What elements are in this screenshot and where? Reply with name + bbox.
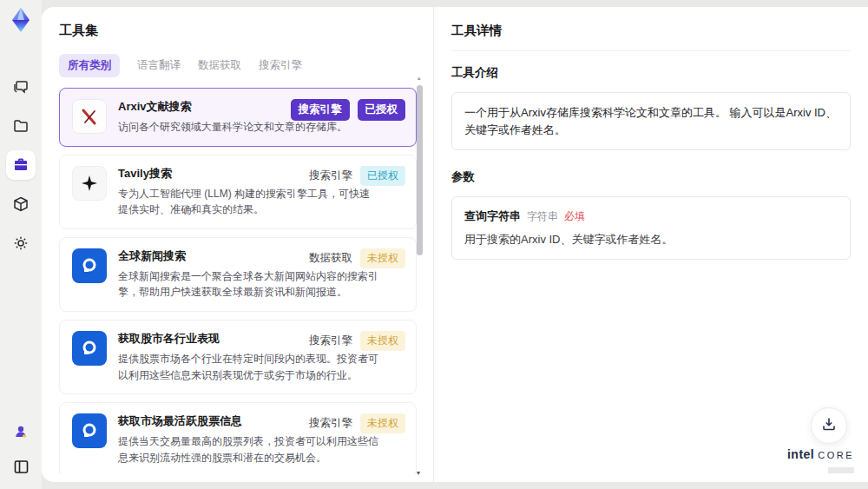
param-required-badge: 必填 [564, 209, 585, 224]
parameter-card: 查询字符串 字符串 必填 用于搜索的Arxiv ID、关键字或作者姓名。 [451, 196, 851, 260]
tool-description: 专为人工智能代理 (LLM) 构建的搜索引擎工具，可快速提供实时、准确和真实的结… [118, 186, 378, 218]
category-badge: 数据获取 [309, 251, 352, 266]
category-tabs: 所有类别 语言翻译 数据获取 搜索引擎 [59, 54, 433, 77]
scrollbar-thumb[interactable] [417, 85, 423, 255]
tool-card-tavily[interactable]: Tavily搜索 专为人工智能代理 (LLM) 构建的搜索引擎工具，可快速提供实… [59, 155, 417, 229]
sidebar [0, 0, 42, 489]
category-badge: 搜索引擎 [309, 416, 352, 431]
user-avatar-button[interactable] [9, 420, 33, 444]
tools-list-panel: 工具集 所有类别 语言翻译 数据获取 搜索引擎 Arxiv文献搜索 访问各个研究… [42, 7, 434, 482]
settings-gear-icon [12, 235, 30, 252]
stock-tool-icon [72, 331, 107, 366]
tool-card-active-stocks[interactable]: 获取市场最活跃股票信息 提供当天交易量最高的股票列表，投资者可以利用这些信息来识… [59, 402, 417, 474]
status-badge: 已授权 [358, 99, 406, 121]
scroll-up-arrow-icon[interactable]: ▴ [418, 75, 421, 82]
user-icon [13, 424, 29, 439]
app-logo-icon[interactable] [5, 4, 36, 36]
status-badge: 未授权 [360, 248, 405, 268]
main-window: 工具集 所有类别 语言翻译 数据获取 搜索引擎 Arxiv文献搜索 访问各个研究… [42, 7, 868, 482]
tab-search-engine[interactable]: 搜索引擎 [259, 54, 302, 77]
intro-text-box: 一个用于从Arxiv存储库搜索科学论文和文章的工具。 输入可以是Arxiv ID… [451, 92, 851, 150]
tool-description: 访问各个研究领域大量科学论文和文章的存储库。 [118, 119, 378, 135]
tool-card-global-news[interactable]: 全球新闻搜索 全球新闻搜索是一个聚合全球各大新闻网站内容的搜索引擎，帮助用户快速… [59, 237, 417, 312]
page-title: 工具集 [59, 23, 433, 39]
param-name: 查询字符串 [464, 208, 521, 224]
tab-all-categories[interactable]: 所有类别 [59, 54, 120, 77]
status-badge: 未授权 [360, 331, 405, 351]
param-description: 用于搜索的Arxiv ID、关键字或作者姓名。 [464, 232, 838, 248]
intro-heading: 工具介绍 [451, 65, 851, 81]
scrollbar-track[interactable]: ▴ ▾ [417, 80, 423, 470]
tool-description: 提供股票市场各个行业在特定时间段内的表现。投资者可以利用这些信息来识别表现优于或… [118, 351, 378, 383]
status-badge: 已授权 [360, 166, 405, 186]
tool-card-sector-performance[interactable]: 获取股市各行业表现 提供股票市场各个行业在特定时间段内的表现。投资者可以利用这些… [59, 320, 417, 394]
arxiv-tool-icon [72, 99, 107, 134]
params-heading: 参数 [451, 169, 851, 185]
category-badge: 搜索引擎 [309, 169, 352, 183]
intel-logo-text: intel [787, 448, 814, 461]
download-icon [821, 416, 837, 435]
sidebar-item-files[interactable] [6, 111, 36, 141]
category-badge: 搜索引擎 [309, 334, 352, 348]
intel-core-logo: intel CORE [787, 448, 854, 477]
tool-card-arxiv[interactable]: Arxiv文献搜索 访问各个研究领域大量科学论文和文章的存储库。 搜索引擎 已授… [59, 88, 417, 147]
sidebar-item-chat[interactable] [6, 72, 36, 102]
status-badge: 未授权 [360, 413, 405, 433]
core-logo-text: CORE [818, 450, 854, 460]
collapse-panel-button[interactable] [9, 454, 33, 479]
tool-description: 提供当天交易量最高的股票列表，投资者可以利用这些信息来识别流动性强的股票和潜在的… [118, 433, 378, 466]
toolbox-icon [12, 156, 30, 174]
news-search-tool-icon [72, 248, 107, 283]
intel-badge-mark [828, 467, 854, 473]
details-title: 工具详情 [451, 23, 851, 51]
tool-details-panel: 工具详情 工具介绍 一个用于从Arxiv存储库搜索科学论文和文章的工具。 输入可… [434, 7, 868, 482]
sidebar-item-packages[interactable] [6, 189, 36, 219]
chat-icon [12, 78, 30, 96]
category-badge: 搜索引擎 [291, 99, 350, 121]
tool-description: 全球新闻搜索是一个聚合全球各大新闻网站内容的搜索引擎，帮助用户快速获取全球最新资… [118, 268, 378, 301]
tool-card-list: Arxiv文献搜索 访问各个研究领域大量科学论文和文章的存储库。 搜索引擎 已授… [59, 88, 417, 474]
scroll-down-arrow-icon[interactable]: ▾ [417, 469, 420, 477]
tab-language-translation[interactable]: 语言翻译 [137, 54, 181, 77]
package-icon [12, 195, 30, 213]
stock-tool-icon [72, 413, 107, 448]
tab-data-fetch[interactable]: 数据获取 [198, 54, 241, 77]
folder-icon [12, 117, 30, 135]
sidebar-item-tools[interactable] [6, 150, 36, 180]
param-type: 字符串 [527, 209, 558, 224]
download-button[interactable] [811, 407, 847, 444]
sidebar-item-settings[interactable] [6, 228, 36, 258]
panel-layout-icon [13, 459, 30, 475]
tavily-tool-icon [72, 166, 107, 201]
